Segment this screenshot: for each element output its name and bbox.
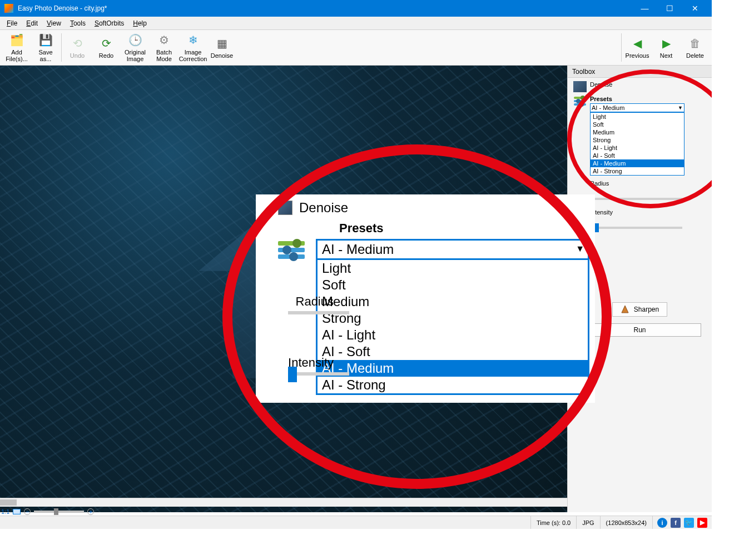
toolbox-header: Toolbox — [568, 66, 712, 78]
preset-option[interactable]: AI - Light — [318, 327, 588, 343]
presets-icon — [573, 96, 587, 107]
presets-label: Presets — [339, 221, 589, 236]
preset-option[interactable]: Light — [591, 113, 684, 121]
preset-option[interactable]: Medium — [318, 293, 588, 310]
presets-label: Presets — [590, 96, 684, 102]
next-icon: ▶ — [658, 36, 674, 51]
presets-select[interactable]: AI - Medium ▼ — [316, 239, 589, 260]
next-button[interactable]: ▶Next — [652, 31, 681, 64]
menu-edit[interactable]: Edit — [22, 18, 42, 28]
radius-slider[interactable] — [288, 311, 349, 314]
original-image-button[interactable]: 🕒Original Image — [121, 31, 150, 64]
denoise-section-label: Denoise — [299, 200, 348, 216]
radius-label: Radius — [278, 294, 334, 309]
preset-option[interactable]: Strong — [318, 310, 588, 327]
radius-slider[interactable] — [593, 198, 682, 200]
zoom-slider[interactable] — [34, 511, 84, 513]
status-format: JPG — [576, 516, 599, 529]
delete-icon: 🗑 — [687, 36, 703, 51]
preset-option-selected[interactable]: AI - Medium — [591, 159, 684, 167]
redo-icon: ⟳ — [98, 36, 114, 51]
preset-option[interactable]: AI - Soft — [318, 343, 588, 360]
undo-icon: ⟲ — [70, 36, 85, 51]
zoom-in-button[interactable]: + — [87, 508, 94, 515]
denoise-section-icon — [278, 201, 292, 215]
preset-option[interactable]: Soft — [591, 121, 684, 128]
add-files-button[interactable]: 🗂️Add File(s)... — [2, 31, 31, 64]
batch-mode-button[interactable]: ⚙Batch Mode — [150, 31, 178, 64]
undo-button[interactable]: ⟲Undo — [63, 31, 92, 64]
batch-icon: ⚙ — [156, 33, 172, 48]
zoom-bar: 1:1 − + — [1, 508, 94, 516]
preset-option[interactable]: AI - Strong — [318, 377, 588, 393]
window-title: Easy Photo Denoise - city.jpg* — [18, 4, 632, 12]
preset-option[interactable]: Medium — [591, 128, 684, 136]
previous-button[interactable]: ◀Previous — [623, 31, 652, 64]
minimize-button[interactable]: — — [632, 0, 657, 17]
close-button[interactable]: ✕ — [682, 0, 707, 17]
chevron-down-icon: ▼ — [678, 105, 683, 111]
previous-icon: ◀ — [629, 36, 645, 51]
redo-button[interactable]: ⟳Redo — [92, 31, 121, 64]
twitter-icon[interactable]: 🐦 — [684, 518, 694, 528]
correction-icon: ❄ — [185, 33, 201, 48]
preset-option[interactable]: Strong — [591, 136, 684, 144]
fit-screen-icon[interactable] — [13, 509, 21, 514]
info-icon[interactable]: i — [657, 518, 667, 528]
presets-icon — [278, 239, 306, 261]
zoom-out-button[interactable]: − — [24, 508, 31, 515]
presets-dropdown[interactable]: Light Soft Medium Strong AI - Light AI -… — [590, 112, 684, 176]
status-bar: Time (s): 0.0 JPG (1280x853x24) i f 🐦 ▶ — [0, 516, 712, 529]
original-image-icon: 🕒 — [127, 33, 143, 48]
presets-dropdown[interactable]: Light Soft Medium Strong AI - Light AI -… — [316, 260, 589, 395]
save-as-button[interactable]: 💾Save as... — [31, 31, 60, 64]
horizontal-scrollbar[interactable] — [0, 498, 567, 507]
svg-marker-0 — [622, 306, 628, 313]
sharpen-button[interactable]: Sharpen — [612, 302, 667, 317]
delete-button[interactable]: 🗑Delete — [681, 31, 710, 64]
preset-option[interactable]: Soft — [318, 277, 588, 293]
menu-tools[interactable]: Tools — [66, 18, 90, 28]
youtube-icon[interactable]: ▶ — [697, 518, 707, 528]
preset-option[interactable]: AI - Strong — [591, 167, 684, 175]
denoise-section-label: Denoise — [590, 81, 612, 88]
preset-option[interactable]: AI - Soft — [591, 152, 684, 159]
menu-help[interactable]: Help — [128, 18, 151, 28]
chevron-down-icon: ▼ — [576, 244, 584, 254]
status-dimensions: (1280x853x24) — [600, 516, 652, 529]
presets-select[interactable]: AI - Medium ▼ — [590, 103, 684, 112]
zoom-ratio[interactable]: 1:1 — [1, 508, 9, 515]
facebook-icon[interactable]: f — [671, 518, 681, 528]
preset-option[interactable]: Light — [318, 260, 588, 277]
toolbar: 🗂️Add File(s)... 💾Save as... ⟲Undo ⟳Redo… — [0, 30, 712, 66]
social-links: i f 🐦 ▶ — [652, 516, 712, 529]
menu-file[interactable]: File — [2, 18, 22, 28]
intensity-slider[interactable] — [288, 372, 349, 376]
preset-option-selected[interactable]: AI - Medium — [318, 360, 588, 377]
denoise-button[interactable]: ▦Denoise — [207, 31, 236, 64]
title-bar: Easy Photo Denoise - city.jpg* — ☐ ✕ — [0, 0, 712, 17]
toolbar-separator — [621, 33, 622, 62]
radius-label: Radius — [590, 180, 609, 187]
preset-option[interactable]: AI - Light — [591, 144, 684, 152]
menu-softorbits[interactable]: SoftOrbits — [90, 18, 128, 28]
intensity-label: Intensity — [278, 356, 334, 370]
status-time: Time (s): 0.0 — [530, 516, 576, 529]
add-files-icon: 🗂️ — [9, 33, 24, 48]
run-button[interactable]: Run — [579, 323, 701, 337]
save-icon: 💾 — [38, 33, 53, 48]
toolbar-separator — [61, 33, 62, 62]
app-icon — [4, 4, 13, 13]
sharpen-icon — [621, 305, 629, 314]
denoise-icon: ▦ — [214, 36, 230, 51]
maximize-button[interactable]: ☐ — [657, 0, 682, 17]
image-correction-button[interactable]: ❄Image Correction — [178, 31, 207, 64]
menu-bar: File Edit View Tools SoftOrbits Help — [0, 17, 712, 30]
intensity-slider[interactable] — [593, 227, 682, 229]
menu-view[interactable]: View — [42, 18, 66, 28]
denoise-section-icon — [573, 81, 587, 92]
magnified-presets-overlay: Denoise Presets AI - Medium ▼ Light Soft… — [256, 194, 595, 403]
